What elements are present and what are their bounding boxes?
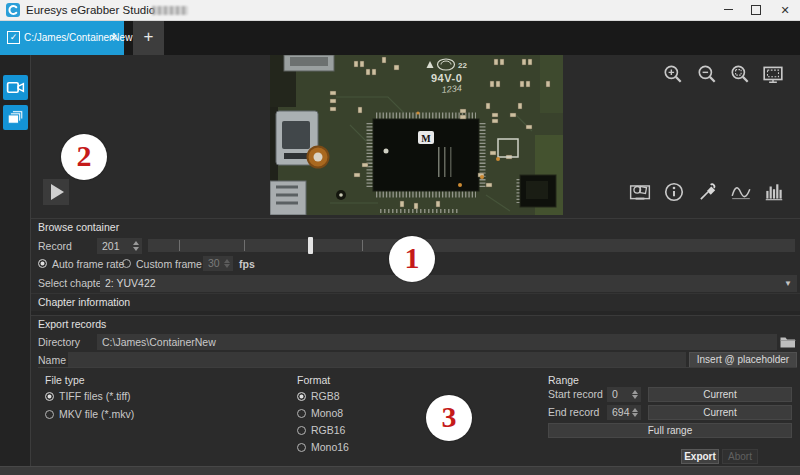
format-mono8-label: Mono8 bbox=[311, 406, 343, 420]
tab-checkbox-icon[interactable]: ✓ bbox=[7, 31, 20, 44]
zoom-out-icon bbox=[696, 63, 718, 85]
format-mono16-label: Mono16 bbox=[311, 440, 349, 454]
fullscreen-button[interactable] bbox=[762, 63, 784, 85]
format-header: Format bbox=[297, 372, 330, 388]
left-sidebar bbox=[0, 55, 31, 466]
app-logo-icon bbox=[6, 3, 20, 17]
chapter-tick bbox=[362, 240, 363, 251]
histogram-icon bbox=[763, 181, 785, 203]
line-profile-button[interactable] bbox=[730, 181, 752, 203]
format-rgb8-radio[interactable] bbox=[297, 392, 306, 401]
play-icon bbox=[51, 184, 64, 200]
spin-up-icon[interactable] bbox=[632, 390, 638, 394]
format-rgb16-radio[interactable] bbox=[297, 426, 306, 435]
window-title: Euresys eGrabber Studio bbox=[26, 0, 155, 20]
browse-container-header: Browse container bbox=[31, 218, 800, 235]
eyedropper-icon bbox=[697, 181, 719, 203]
select-chapter-label: Select chapter bbox=[38, 275, 105, 292]
info-icon bbox=[663, 181, 685, 203]
name-label: Name bbox=[38, 352, 66, 368]
minimize-button[interactable] bbox=[714, 0, 742, 20]
browse-directory-button[interactable] bbox=[779, 334, 797, 350]
insert-placeholder-button[interactable]: Insert @ placeholder bbox=[689, 352, 797, 368]
spin-up-icon[interactable] bbox=[133, 241, 139, 245]
tab-close-icon[interactable]: ✕ bbox=[108, 21, 120, 55]
close-icon: ✕ bbox=[780, 4, 789, 16]
chapter-tick bbox=[244, 240, 245, 251]
directory-label: Directory bbox=[38, 334, 80, 350]
folder-icon bbox=[779, 334, 796, 350]
minimize-icon bbox=[724, 9, 733, 10]
zoom-in-icon bbox=[662, 63, 684, 85]
display-settings-button[interactable] bbox=[629, 181, 651, 203]
chapter-dropdown[interactable]: 2: YUV422 ▼ bbox=[100, 275, 797, 292]
svg-text:M: M bbox=[421, 133, 431, 144]
spin-up-icon bbox=[224, 259, 230, 263]
start-record-label: Start record bbox=[548, 387, 603, 402]
tab-bar: ✓ C:/James/ContainerNew ✕ + bbox=[0, 21, 800, 55]
name-input[interactable] bbox=[68, 352, 686, 368]
slider-handle[interactable] bbox=[308, 237, 313, 254]
chapter-tick bbox=[179, 240, 180, 251]
chevron-down-icon: ▼ bbox=[784, 275, 792, 292]
histogram-button[interactable] bbox=[763, 181, 785, 203]
svg-text:22: 22 bbox=[458, 61, 467, 70]
waveform-icon bbox=[730, 181, 752, 203]
play-button[interactable] bbox=[43, 179, 69, 205]
full-range-button[interactable]: Full range bbox=[548, 423, 792, 438]
viewer-image: M 22 94V-0 1234 bbox=[270, 55, 563, 215]
spin-down-icon[interactable] bbox=[632, 413, 638, 417]
fullscreen-icon bbox=[762, 63, 784, 85]
close-button[interactable]: ✕ bbox=[770, 0, 800, 20]
annotation-badge-2: 2 bbox=[61, 134, 107, 180]
export-button[interactable]: Export bbox=[681, 449, 719, 464]
end-current-button[interactable]: Current bbox=[648, 405, 792, 420]
end-record-spinner[interactable]: 694 bbox=[607, 405, 641, 420]
range-header: Range bbox=[548, 372, 579, 388]
zoom-fit-button[interactable] bbox=[729, 63, 751, 85]
record-spinner[interactable]: 201 bbox=[97, 238, 142, 254]
start-current-button[interactable]: Current bbox=[648, 387, 792, 402]
format-mono8-radio[interactable] bbox=[297, 409, 306, 418]
file-type-tiff-radio[interactable] bbox=[45, 392, 54, 401]
spin-up-icon[interactable] bbox=[632, 408, 638, 412]
app-window: Euresys eGrabber Studio ✕ ✓ C:/James/Con… bbox=[0, 0, 800, 475]
svg-text:94V-0: 94V-0 bbox=[431, 72, 462, 84]
file-type-header: File type bbox=[45, 372, 85, 388]
file-type-tiff-label: TIFF files (*.tiff) bbox=[59, 389, 131, 403]
abort-button: Abort bbox=[722, 449, 758, 464]
maximize-button[interactable] bbox=[742, 0, 770, 20]
maximize-icon bbox=[751, 5, 761, 15]
spin-down-icon bbox=[224, 264, 230, 268]
new-tab-button[interactable]: + bbox=[133, 21, 164, 55]
fps-spinner[interactable]: 30 bbox=[203, 256, 233, 271]
zoom-out-button[interactable] bbox=[696, 63, 718, 85]
format-rgb16-label: RGB16 bbox=[311, 423, 345, 437]
end-record-label: End record bbox=[548, 405, 599, 420]
chapter-selected-value: 2: YUV422 bbox=[105, 275, 156, 292]
record-slider[interactable] bbox=[148, 239, 795, 252]
format-rgb8-label: RGB8 bbox=[311, 389, 340, 403]
camera-view-button[interactable] bbox=[3, 75, 28, 100]
container-view-button[interactable] bbox=[3, 105, 28, 130]
custom-frame-rate-radio[interactable] bbox=[122, 259, 131, 268]
status-bar bbox=[0, 466, 800, 475]
export-records-header: Export records bbox=[31, 315, 800, 332]
start-record-spinner[interactable]: 0 bbox=[607, 387, 641, 402]
spin-down-icon[interactable] bbox=[133, 247, 139, 251]
pixel-picker-button[interactable] bbox=[697, 181, 719, 203]
spin-down-icon[interactable] bbox=[632, 395, 638, 399]
auto-frame-rate-label: Auto frame rate bbox=[52, 257, 124, 271]
title-bar: Euresys eGrabber Studio ✕ bbox=[0, 0, 800, 21]
file-type-mkv-radio[interactable] bbox=[45, 410, 54, 419]
tab-container-new[interactable]: ✓ C:/James/ContainerNew ✕ bbox=[0, 21, 124, 55]
info-button[interactable] bbox=[663, 181, 685, 203]
zoom-in-button[interactable] bbox=[662, 63, 684, 85]
auto-frame-rate-radio[interactable] bbox=[38, 259, 47, 268]
directory-input[interactable] bbox=[97, 334, 777, 350]
format-mono16-radio[interactable] bbox=[297, 443, 306, 452]
camera-icon bbox=[5, 77, 26, 98]
group-divider bbox=[38, 367, 797, 368]
file-type-mkv-label: MKV file (*.mkv) bbox=[59, 407, 134, 421]
chapter-information-header[interactable]: Chapter information bbox=[31, 293, 800, 310]
